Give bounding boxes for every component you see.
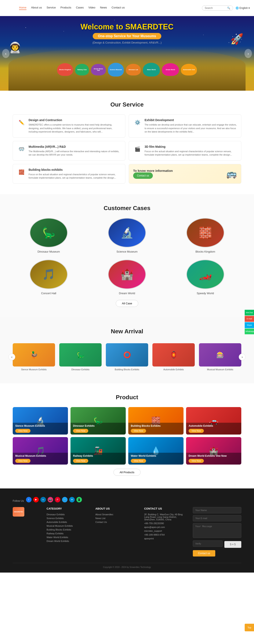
service-cta-text: To know more information — [133, 169, 173, 172]
footer-link[interactable]: Dinosaur Exhibits — [47, 513, 87, 516]
product-card-name: Water World Exhibits — [131, 454, 181, 457]
footer-logo-icon: SMAERDTEC — [13, 507, 24, 516]
social-icons: f ▶ in 📷 P 🐦 ✈ 📱 — [26, 497, 82, 502]
nav-link-news[interactable]: News — [100, 6, 107, 10]
product-card-blocks[interactable]: 🧱 Building Blocks Exhibits View Now — [128, 407, 183, 434]
case-item-concert[interactable]: 🎵 Concert Hall — [13, 260, 85, 295]
nav-link-products[interactable]: Products — [60, 6, 71, 10]
product-card-musical[interactable]: 🎵 Musical Museum Exhibits View Now — [13, 437, 68, 464]
wechat-button[interactable]: WeChat — [245, 310, 254, 316]
product-card-dream[interactable]: 🏰 Dream World Exhibits Vew Now View Now — [186, 437, 241, 464]
footer-name-input[interactable] — [193, 507, 241, 514]
footer-message-input[interactable] — [193, 523, 241, 538]
product-view-button[interactable]: View Now — [131, 459, 146, 463]
language-selector[interactable]: 🌐 English ▾ — [235, 6, 250, 10]
footer-link[interactable]: Musical Museum Exhibits — [47, 524, 87, 527]
service-section: Our Service ✏️ Design and Contruction SM… — [0, 91, 254, 194]
product-card-water[interactable]: 💧 Water World Exhibits View Now — [128, 437, 183, 464]
product-card-dinosaur[interactable]: 🦕 Dinosaur Exhibits View Now — [71, 407, 126, 434]
product-card-info: Railway Exhibits View Now — [71, 453, 126, 464]
arrival-item-blocks[interactable]: ⭕ Building Blocks Exhibits — [106, 343, 148, 371]
search-box[interactable]: 🔍 — [202, 6, 233, 10]
product-view-button[interactable]: View Now — [189, 429, 204, 433]
footer-link[interactable]: Railway Exhibits — [47, 532, 87, 535]
case-item-dream[interactable]: 🏰 Dream World — [91, 260, 163, 295]
case-image-science: 🔬 — [108, 218, 146, 248]
instagram-icon[interactable]: 📷 — [48, 497, 53, 502]
hero-astronaut-icon: 👨‍🚀 — [9, 42, 22, 54]
footer-link[interactable]: News List — [95, 517, 135, 520]
case-image-speedy: 🏎️ — [186, 260, 224, 289]
product-card-science[interactable]: 🔬 Sience Museum Exhibits View Now — [13, 407, 68, 434]
footer-link[interactable]: Automobile Exhibits — [47, 521, 87, 523]
footer-link[interactable]: Contact Us — [95, 521, 135, 523]
case-item-blocks[interactable]: 🧱 Blocks Kingdom — [169, 218, 241, 253]
linkedin-icon[interactable]: in — [41, 497, 46, 502]
arrival-label: Dinosaur Exhibits — [59, 368, 102, 371]
footer-link[interactable]: Dream World Exhibits — [47, 540, 87, 542]
search-icon[interactable]: 🔍 — [227, 6, 230, 10]
nav-link-video[interactable]: Video — [89, 6, 95, 10]
nav-link-home[interactable]: Home — [19, 6, 27, 10]
product-card-railway[interactable]: 🚂 Railway Exhibits View Now — [71, 437, 126, 464]
case-item-speedy[interactable]: 🏎️ Speedy World — [169, 260, 241, 295]
arrival-item-dinosaur[interactable]: 🦕 Dinosaur Exhibits — [59, 343, 102, 371]
youtube-icon[interactable]: ▶ — [33, 497, 39, 502]
footer-contact-button[interactable]: Contact us — [193, 550, 215, 556]
arrival-prev-button[interactable]: ‹ — [9, 354, 15, 360]
footer-link[interactable]: Science Exhibits — [47, 517, 87, 520]
product-view-button[interactable]: View Now — [131, 429, 146, 433]
arrival-item-musical[interactable]: 🎰 Musical Museum Exhibits — [199, 343, 241, 371]
footer-link[interactable]: Building Blocks Exhibits — [47, 528, 87, 531]
product-view-button[interactable]: View Now — [73, 429, 88, 433]
pinterest-icon[interactable]: P — [55, 497, 60, 502]
footer-link[interactable]: Water World Exhibits — [47, 536, 87, 538]
all-case-button[interactable]: All Case — [116, 300, 138, 307]
arrival-item-science[interactable]: 🦆 Sience Museum Exhibits — [13, 343, 55, 371]
service-icon-exhibit: ⚙️ — [133, 118, 142, 127]
facebook-icon[interactable]: f — [26, 497, 32, 502]
product-view-button[interactable]: View Now — [15, 459, 31, 463]
arrival-label: Automobile Exhibits — [152, 368, 195, 371]
fixed-sidebar: WeChat E-mail Skype Whatsapp — [245, 310, 254, 334]
arrival-image-science: 🦆 — [13, 343, 55, 366]
service-title: Our Service — [13, 101, 241, 108]
product-view-button[interactable]: View Now — [15, 429, 31, 433]
nav-link-contact-us[interactable]: Contact us — [112, 6, 125, 10]
search-input[interactable] — [205, 6, 226, 10]
nav-link-cases[interactable]: Cases — [76, 6, 84, 10]
footer-copyright: Copyright © 2019 - 2024 by Smaerdtec Tec… — [13, 563, 241, 568]
telegram-icon[interactable]: ✈ — [69, 497, 75, 502]
whatsapp-icon[interactable]: 📱 — [76, 497, 82, 502]
arrival-next-button[interactable]: › — [239, 354, 245, 360]
skype-button[interactable]: Skype — [245, 322, 254, 328]
footer-email-input[interactable] — [193, 515, 241, 522]
footer-verify-input[interactable] — [193, 540, 223, 547]
whatsapp-button[interactable]: Whatsapp — [245, 328, 254, 334]
nav-right: 🔍 🌐 English ▾ — [202, 6, 250, 10]
email-button[interactable]: E-mail — [245, 316, 254, 322]
hero-section: ‹ › 👨‍🚀 🚀 Welcome to SMAERDTEC One-stop … — [0, 16, 254, 91]
footer-link[interactable]: About Smaerdtec — [95, 513, 135, 516]
logo-icon: SMAERDTEC — [4, 2, 19, 14]
hero-next-button[interactable]: › — [244, 49, 252, 58]
service-contact-button[interactable]: Contact us — [133, 172, 153, 179]
service-icon-blocks: 🧱 — [17, 168, 26, 176]
product-view-button[interactable]: View Now — [73, 459, 88, 463]
case-item-science[interactable]: 🔬 Science Museum — [91, 218, 163, 253]
twitter-icon[interactable]: 🐦 — [62, 497, 68, 502]
product-view-button[interactable]: View Now — [189, 459, 204, 463]
new-arrival-section: New Arrival ‹ 🦆 Sience Museum Exhibits 🦕… — [0, 318, 254, 384]
arrival-item-auto[interactable]: 🏮 Automobile Exhibits — [152, 343, 195, 371]
arrival-label: Sience Museum Exhibits — [13, 368, 55, 371]
product-card-name: Building Blocks Exhibits — [131, 424, 181, 427]
nav-link-about-us[interactable]: About us — [31, 6, 42, 10]
service-icon-3dfilm: 🎬 — [133, 145, 142, 154]
hero-desc: (Design & Construction, Exhibit Developm… — [9, 41, 245, 44]
case-item-dinosaur[interactable]: 🦕 Dinosaur Museum — [13, 218, 85, 253]
service-bus-icon: 🚌 — [226, 169, 237, 179]
nav-link-service[interactable]: Service — [47, 6, 56, 10]
all-products-button[interactable]: All Products — [113, 469, 140, 476]
product-card-automobile[interactable]: 🚗 Automobile Exhibits View Now — [186, 407, 241, 434]
arrival-items: 🦆 Sience Museum Exhibits 🦕 Dinosaur Exhi… — [13, 341, 241, 373]
